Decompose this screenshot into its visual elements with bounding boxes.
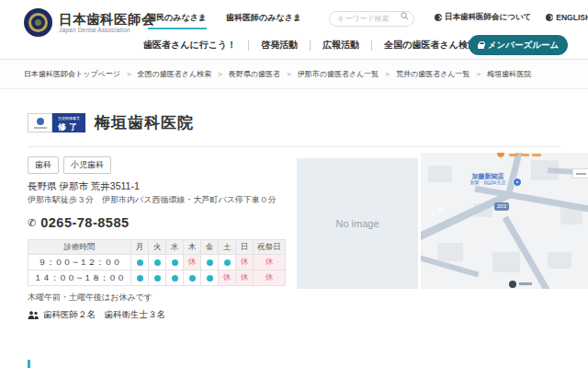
map-building (548, 252, 571, 269)
site-header: 日本歯科医師会 Japan Dental Association 国民のみなさま… (0, 0, 588, 59)
nav-separator (248, 40, 249, 51)
map-label-fragment (521, 154, 529, 156)
schedule-body: ９：００～１２：００休休休１４：００～１８：００休休休 (28, 255, 286, 286)
schedule-header-cell: 祝祭日 (254, 240, 286, 255)
breadcrumb-link[interactable]: 伊那市の歯医者さん一覧 (298, 69, 379, 79)
members-room-button[interactable]: メンバーズルーム (469, 35, 568, 55)
clinic-address: 長野県 伊那市 荒井3511-1 (28, 180, 140, 193)
breadcrumb-link[interactable]: 長野県の歯医者 (229, 69, 280, 79)
nav-item[interactable]: 広報活動 (322, 39, 359, 52)
open-dot-icon (137, 259, 143, 266)
map-building (492, 252, 520, 272)
divider (28, 146, 560, 147)
schedule-cell: 休 (236, 270, 254, 286)
page-title: 梅垣歯科医院 (95, 112, 194, 133)
badge-completed-label: 修了 (58, 123, 80, 132)
schedule-cell (149, 270, 166, 286)
nav-item[interactable]: 歯医者さんに行こう！ (143, 39, 236, 52)
search-icon (401, 12, 409, 20)
clinic-title-row: 生涯研修事業 修了 梅垣歯科医院 (28, 112, 194, 133)
schedule-cell: 休 (236, 255, 254, 270)
schedule-table: 診療時間月火水木金土日祝祭日 ９：００～１２：００休休休１４：００～１８：００休… (28, 239, 286, 286)
map-road-name: ヶ丘線 (424, 204, 445, 221)
map[interactable]: ヶ丘線 203 加藤新聞店 新聞・雑誌販売店 (421, 153, 588, 289)
section-heading-bar (28, 360, 30, 368)
staff-row: 歯科医師２名 歯科衛生士３名 (28, 309, 165, 321)
breadcrumb-separator: > (218, 70, 222, 78)
utility-link[interactable]: 日本歯科医師会について (435, 12, 531, 23)
utility-link[interactable]: ENGLISH (546, 12, 588, 23)
nav-item[interactable]: 全国の歯医者さん検索 (384, 39, 477, 52)
category-tag: 歯科 (28, 156, 59, 174)
map-route-badge: 203 (494, 202, 509, 211)
phone-number: 0265-78-8585 (40, 215, 129, 230)
utility-links: 日本歯科医師会についてENGLISH (435, 12, 588, 23)
schedule-row: １４：００～１８：００休休休 (28, 270, 286, 286)
open-dot-icon (154, 259, 161, 266)
schedule-cell (184, 270, 201, 286)
schedule-cell (166, 255, 184, 270)
circle-arrow-icon (546, 14, 553, 21)
map-label-fragment (532, 154, 541, 156)
breadcrumb-separator: > (385, 70, 390, 78)
schedule-header-cell: 日 (236, 240, 254, 255)
nav-separator (310, 40, 311, 51)
phone-row: ✆ 0265-78-8585 (28, 215, 130, 230)
logo-title: 日本歯科医師会 (59, 12, 155, 28)
breadcrumb-link[interactable]: 日本歯科医師会トップページ (24, 69, 120, 79)
map-mini-label (572, 168, 588, 178)
schedule-cell: 休 (254, 255, 286, 270)
category-tag: 小児歯科 (63, 156, 111, 174)
schedule-cell: 休 (254, 270, 286, 286)
nav-item[interactable]: 国民のみなさま (148, 12, 207, 29)
badge-emblem-icon (37, 118, 44, 125)
breadcrumb-link[interactable]: 全国の歯医者さん検索 (138, 69, 212, 79)
badge-emblem-panel (28, 113, 52, 132)
schedule-cell (201, 270, 219, 286)
open-dot-icon (154, 275, 161, 282)
open-dot-icon (224, 259, 231, 266)
nav-item[interactable]: 啓発活動 (261, 39, 298, 52)
logo-subtitle: Japan Dental Association (59, 27, 155, 33)
schedule-cell: 休 (219, 270, 236, 286)
nav-primary: 国民のみなさま歯科医師のみなさま (148, 12, 301, 29)
map-dark-marker-icon (509, 281, 516, 288)
schedule-header-cell: 土 (219, 240, 236, 255)
schedule-note: 木曜午前・土曜午後はお休みです (28, 292, 153, 304)
breadcrumb-link[interactable]: 荒井の歯医者さん一覧 (396, 69, 470, 79)
breadcrumb-separator: > (477, 70, 481, 78)
schedule-cell (149, 255, 166, 270)
map-poi-icon (513, 178, 522, 187)
badge-program-label: 生涯研修事業 (58, 117, 80, 121)
map-label-fragment (509, 154, 518, 156)
map-orange-marker-icon (496, 153, 505, 158)
badge-text-bar (34, 127, 47, 129)
schedule-cell (131, 255, 149, 270)
nav-separator (371, 40, 372, 51)
schedule-cell: 休 (184, 255, 201, 270)
map-poi[interactable]: 加藤新聞店 新聞・雑誌販売店 (456, 173, 520, 190)
schedule-time-cell: ９：００～１２：００ (28, 255, 131, 270)
nav-secondary: 歯医者さんに行こう！啓発活動広報活動全国の歯医者さん検索 (143, 39, 477, 52)
open-dot-icon (137, 275, 143, 282)
open-dot-icon (172, 259, 178, 266)
logo[interactable]: 日本歯科医師会 Japan Dental Association (24, 8, 155, 37)
schedule-header-cell: 金 (201, 240, 219, 255)
clinic-access: 伊那市駅徒歩３分 伊那市内バス西循環線・大芦町バス停下車０分 (28, 194, 277, 206)
open-dot-icon (172, 275, 178, 282)
schedule-header-cell: 診療時間 (28, 240, 131, 255)
tag-list: 歯科小児歯科 (28, 156, 111, 174)
jda-emblem-icon (24, 8, 52, 37)
schedule-row: ９：００～１２：００休休休 (28, 255, 286, 270)
lock-icon (478, 44, 484, 49)
schedule-cell (131, 270, 149, 286)
breadcrumb-separator: > (127, 70, 131, 78)
phone-icon: ✆ (28, 217, 36, 229)
schedule-header-cell: 木 (184, 240, 201, 255)
schedule-header-cell: 水 (166, 240, 184, 255)
schedule-header-cell: 月 (131, 240, 149, 255)
open-dot-icon (207, 275, 213, 282)
schedule-cell (166, 270, 184, 286)
nav-item[interactable]: 歯科医師のみなさま (226, 12, 301, 29)
people-icon (28, 311, 39, 319)
